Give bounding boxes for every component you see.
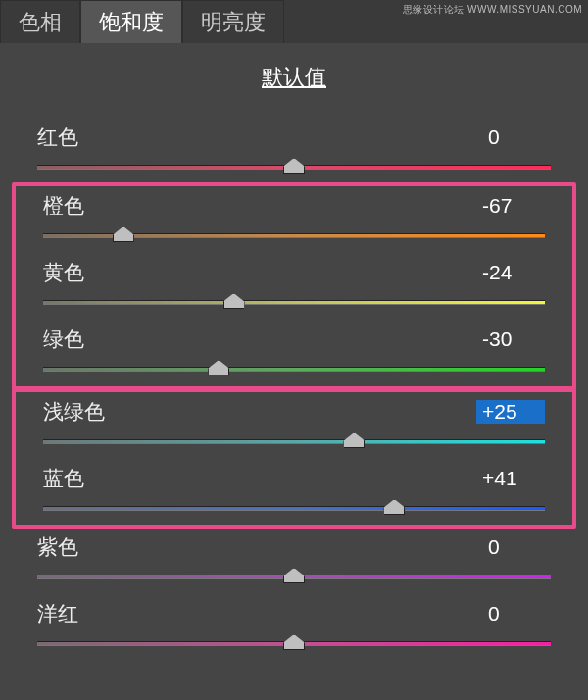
slider-row: 绿色-30 (16, 320, 572, 386)
preset-title[interactable]: 默认值 (0, 63, 588, 92)
slider-row: 浅绿色+25 (16, 392, 572, 459)
slider-gradient (43, 506, 545, 511)
slider-thumb[interactable] (283, 568, 305, 583)
slider-value[interactable]: 0 (482, 535, 551, 559)
slider-row: 紫色0 (10, 527, 578, 594)
slider-value[interactable]: +25 (476, 400, 545, 424)
slider-label: 橙色 (43, 192, 84, 220)
tab-hue[interactable]: 色相 (0, 0, 80, 43)
slider-label: 蓝色 (43, 465, 84, 492)
slider-value[interactable]: -30 (476, 327, 545, 351)
slider-value[interactable]: 0 (482, 602, 551, 625)
slider-row: 黄色-24 (16, 253, 572, 320)
slider-row: 红色0 (10, 118, 578, 184)
tab-luminance[interactable]: 明亮度 (182, 0, 284, 43)
slider-row: 蓝色+41 (16, 459, 572, 525)
slider-track[interactable] (43, 227, 545, 243)
slider-label: 红色 (37, 124, 78, 151)
slider-value[interactable]: -24 (476, 261, 545, 284)
slider-thumb[interactable] (343, 432, 365, 448)
slider-value[interactable]: 0 (482, 125, 551, 149)
slider-track[interactable] (43, 500, 545, 516)
slider-thumb[interactable] (223, 293, 245, 309)
slider-track[interactable] (43, 294, 545, 310)
slider-label: 洋红 (37, 600, 78, 627)
slider-track[interactable] (37, 635, 551, 651)
slider-thumb[interactable] (283, 158, 305, 174)
slider-value[interactable]: +41 (476, 467, 545, 490)
slider-label: 浅绿色 (43, 398, 105, 425)
slider-thumb[interactable] (113, 226, 134, 242)
slider-track[interactable] (43, 361, 545, 376)
slider-thumb[interactable] (383, 499, 405, 515)
slider-label: 紫色 (37, 533, 78, 561)
slider-label: 黄色 (43, 259, 84, 286)
slider-row: 橙色-67 (16, 186, 572, 253)
slider-value[interactable]: -67 (476, 194, 545, 218)
slider-gradient (43, 439, 545, 444)
watermark: 思缘设计论坛 WWW.MISSYUAN.COM (403, 3, 582, 17)
tab-saturation[interactable]: 饱和度 (80, 0, 182, 43)
slider-gradient (43, 300, 545, 305)
slider-track[interactable] (37, 159, 551, 175)
slider-gradient (43, 367, 545, 372)
preset-label: 默认值 (262, 65, 326, 89)
slider-row: 洋红0 (10, 594, 578, 661)
slider-track[interactable] (43, 433, 545, 449)
slider-track[interactable] (37, 569, 551, 584)
slider-thumb[interactable] (208, 360, 229, 375)
slider-thumb[interactable] (283, 634, 305, 650)
slider-label: 绿色 (43, 325, 84, 353)
